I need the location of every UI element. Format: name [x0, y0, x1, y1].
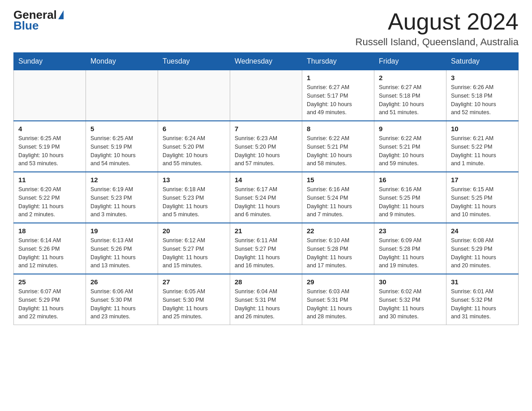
calendar-day-cell: 9Sunrise: 6:22 AMSunset: 5:21 PMDaylight… [374, 121, 446, 172]
day-number: 24 [451, 227, 514, 235]
calendar-day-cell: 13Sunrise: 6:18 AMSunset: 5:23 PMDayligh… [158, 172, 230, 223]
logo: General Blue [13, 9, 64, 33]
calendar-header-wednesday: Wednesday [230, 53, 302, 70]
calendar-header-tuesday: Tuesday [158, 53, 230, 70]
day-number: 6 [163, 125, 225, 133]
logo-blue-text: Blue [13, 19, 39, 32]
day-info: Sunrise: 6:27 AMSunset: 5:17 PMDaylight:… [307, 83, 369, 117]
calendar-day-cell: 27Sunrise: 6:05 AMSunset: 5:30 PMDayligh… [158, 274, 230, 325]
day-info: Sunrise: 6:16 AMSunset: 5:24 PMDaylight:… [307, 185, 369, 219]
calendar-day-cell [158, 70, 230, 121]
logo-triangle-icon [58, 10, 64, 19]
day-number: 12 [90, 176, 153, 184]
day-number: 25 [18, 278, 81, 286]
day-number: 7 [235, 125, 297, 133]
calendar-day-cell: 15Sunrise: 6:16 AMSunset: 5:24 PMDayligh… [302, 172, 374, 223]
day-number: 28 [235, 278, 297, 286]
calendar-day-cell: 21Sunrise: 6:11 AMSunset: 5:27 PMDayligh… [230, 223, 302, 274]
day-number: 5 [90, 125, 153, 133]
day-number: 15 [307, 176, 369, 184]
day-number: 3 [451, 74, 514, 81]
day-info: Sunrise: 6:14 AMSunset: 5:26 PMDaylight:… [18, 236, 81, 270]
day-info: Sunrise: 6:23 AMSunset: 5:20 PMDaylight:… [235, 134, 297, 168]
calendar-day-cell: 17Sunrise: 6:15 AMSunset: 5:25 PMDayligh… [446, 172, 519, 223]
calendar-day-cell: 19Sunrise: 6:13 AMSunset: 5:26 PMDayligh… [86, 223, 158, 274]
day-number: 23 [379, 227, 442, 235]
day-number: 17 [451, 176, 514, 184]
calendar-header-saturday: Saturday [446, 53, 519, 70]
calendar-day-cell: 12Sunrise: 6:19 AMSunset: 5:23 PMDayligh… [86, 172, 158, 223]
day-info: Sunrise: 6:16 AMSunset: 5:25 PMDaylight:… [379, 185, 442, 219]
day-number: 1 [307, 74, 369, 81]
day-info: Sunrise: 6:10 AMSunset: 5:28 PMDaylight:… [307, 236, 369, 270]
calendar-day-cell: 18Sunrise: 6:14 AMSunset: 5:26 PMDayligh… [14, 223, 86, 274]
month-year-title: August 2024 [356, 9, 519, 34]
day-number: 30 [379, 278, 442, 286]
calendar-day-cell: 5Sunrise: 6:25 AMSunset: 5:19 PMDaylight… [86, 121, 158, 172]
day-number: 27 [163, 278, 225, 286]
day-info: Sunrise: 6:02 AMSunset: 5:32 PMDaylight:… [379, 287, 442, 321]
day-number: 26 [90, 278, 153, 286]
calendar-day-cell: 1Sunrise: 6:27 AMSunset: 5:17 PMDaylight… [302, 70, 374, 121]
day-number: 22 [307, 227, 369, 235]
calendar-header-friday: Friday [374, 53, 446, 70]
day-info: Sunrise: 6:22 AMSunset: 5:21 PMDaylight:… [379, 134, 442, 168]
calendar-week-row: 11Sunrise: 6:20 AMSunset: 5:22 PMDayligh… [14, 172, 519, 223]
day-number: 10 [451, 125, 514, 133]
calendar-day-cell [14, 70, 86, 121]
calendar-week-row: 25Sunrise: 6:07 AMSunset: 5:29 PMDayligh… [14, 274, 519, 325]
calendar-week-row: 4Sunrise: 6:25 AMSunset: 5:19 PMDaylight… [14, 121, 519, 172]
day-info: Sunrise: 6:19 AMSunset: 5:23 PMDaylight:… [90, 185, 153, 219]
calendar-day-cell: 28Sunrise: 6:04 AMSunset: 5:31 PMDayligh… [230, 274, 302, 325]
calendar-day-cell: 31Sunrise: 6:01 AMSunset: 5:32 PMDayligh… [446, 274, 519, 325]
calendar-day-cell [86, 70, 158, 121]
day-info: Sunrise: 6:27 AMSunset: 5:18 PMDaylight:… [379, 83, 442, 117]
day-number: 8 [307, 125, 369, 133]
calendar-table: SundayMondayTuesdayWednesdayThursdayFrid… [13, 52, 519, 325]
day-number: 21 [235, 227, 297, 235]
day-number: 31 [451, 278, 514, 286]
calendar-day-cell: 3Sunrise: 6:26 AMSunset: 5:18 PMDaylight… [446, 70, 519, 121]
day-info: Sunrise: 6:09 AMSunset: 5:28 PMDaylight:… [379, 236, 442, 270]
calendar-day-cell: 2Sunrise: 6:27 AMSunset: 5:18 PMDaylight… [374, 70, 446, 121]
day-info: Sunrise: 6:20 AMSunset: 5:22 PMDaylight:… [18, 185, 81, 219]
day-info: Sunrise: 6:06 AMSunset: 5:30 PMDaylight:… [90, 287, 153, 321]
calendar-header-row: SundayMondayTuesdayWednesdayThursdayFrid… [14, 53, 519, 70]
title-block: August 2024 Russell Island, Queensland, … [356, 9, 519, 48]
day-info: Sunrise: 6:04 AMSunset: 5:31 PMDaylight:… [235, 287, 297, 321]
day-number: 4 [18, 125, 81, 133]
calendar-day-cell: 8Sunrise: 6:22 AMSunset: 5:21 PMDaylight… [302, 121, 374, 172]
day-number: 20 [163, 227, 225, 235]
day-number: 19 [90, 227, 153, 235]
day-info: Sunrise: 6:18 AMSunset: 5:23 PMDaylight:… [163, 185, 225, 219]
day-info: Sunrise: 6:21 AMSunset: 5:22 PMDaylight:… [451, 134, 514, 168]
day-info: Sunrise: 6:03 AMSunset: 5:31 PMDaylight:… [307, 287, 369, 321]
calendar-day-cell: 20Sunrise: 6:12 AMSunset: 5:27 PMDayligh… [158, 223, 230, 274]
day-number: 9 [379, 125, 442, 133]
day-info: Sunrise: 6:22 AMSunset: 5:21 PMDaylight:… [307, 134, 369, 168]
day-info: Sunrise: 6:12 AMSunset: 5:27 PMDaylight:… [163, 236, 225, 270]
calendar-day-cell: 25Sunrise: 6:07 AMSunset: 5:29 PMDayligh… [14, 274, 86, 325]
day-number: 18 [18, 227, 81, 235]
calendar-day-cell: 29Sunrise: 6:03 AMSunset: 5:31 PMDayligh… [302, 274, 374, 325]
day-info: Sunrise: 6:15 AMSunset: 5:25 PMDaylight:… [451, 185, 514, 219]
calendar-day-cell: 24Sunrise: 6:08 AMSunset: 5:29 PMDayligh… [446, 223, 519, 274]
calendar-header-sunday: Sunday [14, 53, 86, 70]
calendar-day-cell [230, 70, 302, 121]
calendar-day-cell: 11Sunrise: 6:20 AMSunset: 5:22 PMDayligh… [14, 172, 86, 223]
day-number: 2 [379, 74, 442, 81]
day-info: Sunrise: 6:11 AMSunset: 5:27 PMDaylight:… [235, 236, 297, 270]
day-info: Sunrise: 6:13 AMSunset: 5:26 PMDaylight:… [90, 236, 153, 270]
day-info: Sunrise: 6:05 AMSunset: 5:30 PMDaylight:… [163, 287, 225, 321]
day-info: Sunrise: 6:24 AMSunset: 5:20 PMDaylight:… [163, 134, 225, 168]
calendar-day-cell: 14Sunrise: 6:17 AMSunset: 5:24 PMDayligh… [230, 172, 302, 223]
day-number: 11 [18, 176, 81, 184]
day-info: Sunrise: 6:07 AMSunset: 5:29 PMDaylight:… [18, 287, 81, 321]
calendar-day-cell: 7Sunrise: 6:23 AMSunset: 5:20 PMDaylight… [230, 121, 302, 172]
calendar-header-monday: Monday [86, 53, 158, 70]
calendar-day-cell: 10Sunrise: 6:21 AMSunset: 5:22 PMDayligh… [446, 121, 519, 172]
calendar-week-row: 18Sunrise: 6:14 AMSunset: 5:26 PMDayligh… [14, 223, 519, 274]
day-number: 16 [379, 176, 442, 184]
calendar-day-cell: 4Sunrise: 6:25 AMSunset: 5:19 PMDaylight… [14, 121, 86, 172]
calendar-day-cell: 6Sunrise: 6:24 AMSunset: 5:20 PMDaylight… [158, 121, 230, 172]
